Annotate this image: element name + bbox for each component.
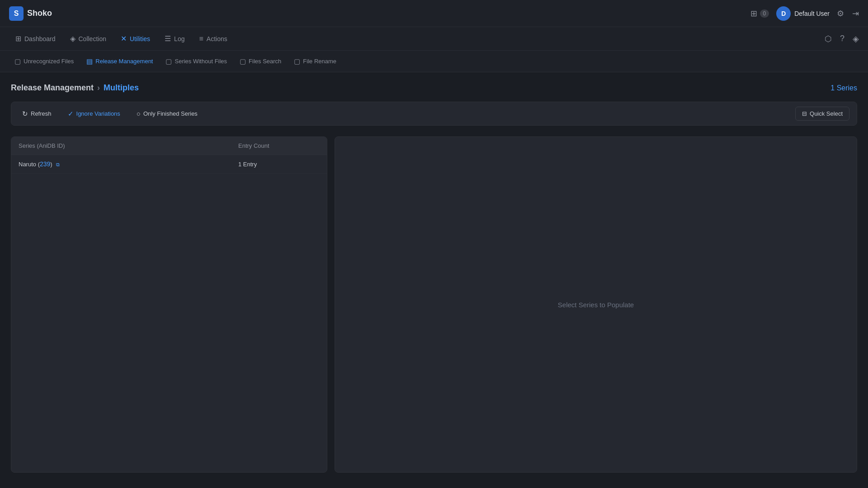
refresh-label: Refresh — [31, 110, 52, 117]
actions-icon: ≡ — [199, 35, 203, 43]
right-panel: Select Series to Populate — [335, 136, 857, 473]
subnav-label-file-rename: File Rename — [303, 58, 336, 65]
main-nav: ⊞ Dashboard ◈ Collection ✕ Utilities ☰ L… — [0, 27, 868, 51]
quick-select-label: Quick Select — [810, 110, 843, 117]
only-finished-label: Only Finished Series — [143, 110, 198, 117]
sub-nav: ▢ Unrecognized Files ▤ Release Managemen… — [0, 51, 868, 72]
nav-label-log: Log — [174, 35, 184, 42]
entry-count-cell: 1 Entry — [238, 161, 320, 168]
dashboard-icon: ⊞ — [15, 34, 21, 43]
quick-select-button[interactable]: ⊟ Quick Select — [795, 107, 849, 121]
help-icon[interactable]: ? — [840, 34, 844, 43]
settings-icon[interactable]: ⚙ — [837, 9, 844, 19]
top-bar-left: S Shoko — [9, 6, 52, 21]
nav-label-utilities: Utilities — [130, 35, 150, 42]
refresh-button[interactable]: ↻ Refresh — [19, 108, 55, 120]
ignore-variations-label: Ignore Variations — [76, 110, 120, 117]
github-icon[interactable]: ◈ — [853, 34, 859, 44]
notification-area[interactable]: ⊞ 0 — [750, 9, 769, 19]
breadcrumb-current: Multiples — [104, 83, 139, 93]
logout-icon[interactable]: ⇥ — [852, 9, 859, 19]
ignore-variations-button[interactable]: ✓ Ignore Variations — [64, 108, 124, 120]
main-grid: Series (AniDB ID) Entry Count Naruto (23… — [11, 136, 857, 473]
top-bar: S Shoko ⊞ 0 D Default User ⚙ ⇥ — [0, 0, 868, 27]
user-name: Default User — [794, 10, 830, 17]
left-panel: Series (AniDB ID) Entry Count Naruto (23… — [11, 136, 327, 473]
app-logo: S — [9, 6, 24, 21]
toolbar-left: ↻ Refresh ✓ Ignore Variations ○ Only Fin… — [19, 108, 201, 120]
only-finished-button[interactable]: ○ Only Finished Series — [133, 108, 201, 119]
only-finished-icon: ○ — [137, 110, 141, 117]
top-right-nav-icons: ⬡ ? ◈ — [825, 34, 859, 44]
subnav-label-release: Release Management — [95, 58, 153, 65]
nav-item-log[interactable]: ☰ Log — [158, 31, 191, 47]
notification-icon: ⊞ — [750, 9, 757, 19]
notification-count: 0 — [760, 9, 769, 18]
avatar: D — [776, 6, 791, 21]
nav-label-dashboard: Dashboard — [24, 35, 56, 42]
breadcrumb-arrow: › — [97, 83, 100, 93]
app-title: Shoko — [27, 9, 52, 18]
refresh-icon: ↻ — [22, 110, 28, 118]
nav-item-utilities[interactable]: ✕ Utilities — [114, 31, 156, 47]
page-header: Release Management › Multiples 1 Series — [11, 83, 857, 93]
files-search-icon: ▢ — [240, 57, 246, 66]
toolbar: ↻ Refresh ✓ Ignore Variations ○ Only Fin… — [11, 102, 857, 126]
series-name: Naruto ( — [19, 161, 40, 168]
unrecognized-files-icon: ▢ — [14, 57, 21, 66]
utilities-icon: ✕ — [121, 34, 127, 43]
series-name-cell: Naruto (239) ⧉ — [19, 160, 238, 168]
quick-select-icon: ⊟ — [802, 110, 807, 117]
user-pill[interactable]: D Default User — [776, 6, 830, 21]
top-bar-icons: ⚙ ⇥ — [837, 9, 859, 19]
nav-label-collection: Collection — [79, 35, 106, 42]
subnav-file-rename[interactable]: ▢ File Rename — [288, 55, 342, 68]
subnav-series-without-files[interactable]: ▢ Series Without Files — [160, 55, 232, 68]
nav-item-dashboard[interactable]: ⊞ Dashboard — [9, 31, 62, 47]
col-header-entry-count: Entry Count — [238, 142, 320, 149]
col-header-series: Series (AniDB ID) — [19, 142, 238, 149]
breadcrumb: Release Management › Multiples — [11, 83, 139, 93]
subnav-unrecognized-files[interactable]: ▢ Unrecognized Files — [9, 55, 79, 68]
breadcrumb-parent[interactable]: Release Management — [11, 83, 94, 93]
series-count: 1 Series — [830, 84, 857, 92]
collection-icon: ◈ — [70, 34, 75, 43]
log-icon: ☰ — [165, 34, 171, 43]
file-rename-icon: ▢ — [294, 57, 300, 66]
discord-icon[interactable]: ⬡ — [825, 34, 832, 44]
series-id: 239 — [40, 160, 50, 168]
page-content: Release Management › Multiples 1 Series … — [0, 72, 868, 483]
subnav-files-search[interactable]: ▢ Files Search — [234, 55, 287, 68]
nav-label-actions: Actions — [207, 35, 227, 42]
external-link-icon[interactable]: ⧉ — [56, 162, 60, 167]
subnav-release-management[interactable]: ▤ Release Management — [81, 55, 158, 68]
series-without-files-icon: ▢ — [165, 57, 172, 66]
subnav-label-unrecognized: Unrecognized Files — [24, 58, 74, 65]
release-management-icon: ▤ — [86, 57, 93, 66]
nav-item-collection[interactable]: ◈ Collection — [64, 31, 113, 47]
nav-item-actions[interactable]: ≡ Actions — [193, 31, 233, 47]
top-bar-right: ⊞ 0 D Default User ⚙ ⇥ — [750, 6, 859, 21]
empty-state-message: Select Series to Populate — [558, 301, 634, 309]
subnav-label-files-search: Files Search — [249, 58, 281, 65]
table-row[interactable]: Naruto (239) ⧉ 1 Entry — [11, 155, 327, 174]
subnav-label-series-no-files: Series Without Files — [175, 58, 227, 65]
ignore-variations-icon: ✓ — [68, 110, 74, 118]
table-header: Series (AniDB ID) Entry Count — [11, 137, 327, 155]
